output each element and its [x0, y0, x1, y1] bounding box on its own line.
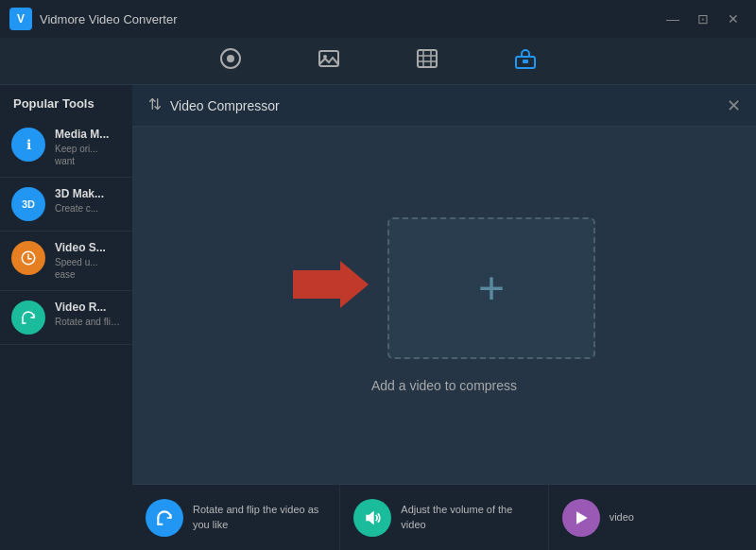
svg-marker-20	[576, 511, 588, 524]
bottom-bar: Rotate and flip the video as you like Ad…	[132, 484, 756, 550]
sidebar-item-speed-desc: Speed u...ease	[55, 256, 106, 281]
app-logo: V	[9, 8, 32, 30]
maximize-button[interactable]: ⊡	[690, 9, 716, 28]
video-compressor-dialog: Video Compressor ✕ + Add a video to comp…	[132, 85, 756, 550]
bottom-volume-label: Adjust the volume of the video	[401, 503, 534, 532]
video-speed-icon	[11, 241, 45, 275]
tab-video-edit[interactable]	[406, 42, 448, 81]
sidebar-item-3d-name: 3D Mak...	[55, 187, 104, 200]
video-edit-icon	[416, 47, 438, 76]
main-layout: Popular Tools ℹ Media M... Keep ori...wa…	[0, 85, 756, 550]
bottom-extra-label: video	[610, 510, 634, 524]
bottom-volume-icon	[353, 499, 391, 537]
video-rotate-icon	[11, 301, 45, 335]
title-bar-controls: — ⊡ ✕	[660, 9, 747, 28]
bottom-rotate-icon	[146, 499, 183, 537]
svg-rect-10	[523, 60, 528, 63]
sidebar-item-rotate-name: Video R...	[55, 301, 121, 314]
photo-icon	[318, 47, 340, 76]
tab-photo[interactable]	[308, 42, 350, 81]
svg-marker-16	[293, 261, 369, 308]
plus-icon: +	[478, 266, 505, 311]
app-title: Vidmore Video Converter	[40, 12, 178, 26]
drop-zone[interactable]: +	[387, 217, 595, 359]
svg-marker-19	[367, 510, 374, 524]
drop-label: Add a video to compress	[371, 378, 517, 393]
svg-rect-2	[319, 51, 338, 66]
3d-maker-icon: 3D	[11, 187, 45, 221]
nav-tabs	[0, 38, 756, 85]
dialog-header: Video Compressor ✕	[132, 85, 756, 127]
bottom-item-extra[interactable]: video	[549, 485, 756, 550]
convert-icon	[219, 47, 242, 76]
title-bar: V Vidmore Video Converter — ⊡ ✕	[0, 0, 756, 38]
sidebar-item-3d-maker[interactable]: 3D 3D Mak... Create c...	[0, 178, 132, 232]
tab-convert[interactable]	[210, 42, 251, 81]
sidebar-item-media-metadata[interactable]: ℹ Media M... Keep ori...want	[0, 118, 132, 178]
dialog-title: Video Compressor	[147, 96, 280, 115]
svg-point-1	[227, 55, 234, 62]
arrow-icon	[293, 256, 369, 320]
sidebar-title: Popular Tools	[0, 85, 132, 118]
sidebar-item-media-name: Media M...	[55, 128, 109, 141]
dialog-body: + Add a video to compress	[132, 127, 756, 484]
svg-rect-4	[418, 50, 437, 67]
minimize-button[interactable]: —	[660, 9, 686, 28]
dialog-close-button[interactable]: ✕	[727, 97, 741, 114]
sidebar-item-media-desc: Keep ori...want	[55, 143, 109, 167]
bottom-item-volume[interactable]: Adjust the volume of the video	[340, 485, 548, 550]
toolbox-icon	[514, 47, 537, 76]
sidebar-item-3d-desc: Create c...	[55, 202, 104, 215]
drop-zone-row: +	[293, 217, 595, 359]
bottom-rotate-label: Rotate and flip the video as you like	[193, 503, 326, 532]
tab-toolbox[interactable]	[505, 42, 546, 81]
bottom-extra-icon	[562, 499, 600, 537]
sidebar: Popular Tools ℹ Media M... Keep ori...wa…	[0, 85, 132, 550]
sidebar-item-speed-name: Video S...	[55, 241, 106, 254]
sidebar-item-video-speed[interactable]: Video S... Speed u...ease	[0, 232, 132, 291]
bottom-item-rotate[interactable]: Rotate and flip the video as you like	[132, 485, 340, 550]
sidebar-item-video-rotate[interactable]: Video R... Rotate and flip the video as …	[0, 291, 132, 345]
close-button[interactable]: ✕	[720, 9, 747, 28]
compressor-title-icon	[147, 96, 163, 115]
sidebar-item-rotate-desc: Rotate and flip the video as you like	[55, 316, 121, 328]
dialog-title-text: Video Compressor	[170, 98, 280, 113]
media-metadata-icon: ℹ	[11, 128, 45, 162]
